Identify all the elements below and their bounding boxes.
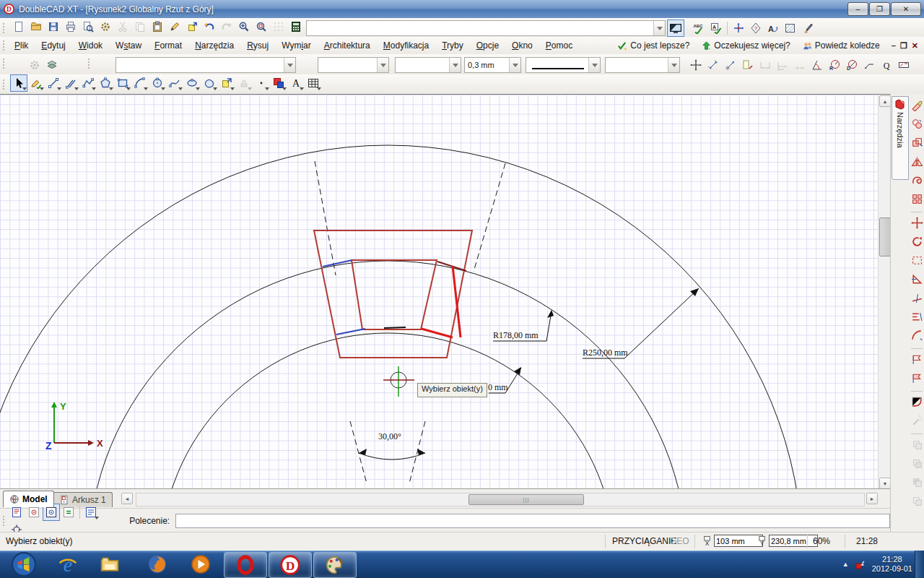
menu-okno[interactable]: Okno <box>505 38 539 53</box>
print-preview-button[interactable] <box>79 18 97 35</box>
list-menu-button[interactable] <box>82 504 100 521</box>
select-arrow-button[interactable] <box>10 74 27 92</box>
markup-1-button[interactable] <box>911 353 923 368</box>
vertical-scroll-thumb[interactable] <box>879 217 891 256</box>
taskbar-doublecad[interactable]: D <box>269 552 312 578</box>
tray-clock[interactable]: 21:28 2012-09-01 <box>872 555 912 574</box>
dim-move-button[interactable] <box>687 56 705 74</box>
toolbar-grip[interactable] <box>2 22 6 34</box>
horizontal-scroll-thumb[interactable]: ||| <box>468 494 584 505</box>
magic-wand-button[interactable] <box>911 415 923 429</box>
x-coordinate-field[interactable] <box>714 535 763 547</box>
menu-widok[interactable]: Widok <box>72 38 109 53</box>
arc-edit-button[interactable] <box>911 329 923 344</box>
fill-color-button[interactable] <box>270 74 287 92</box>
angle-snap-button[interactable]: A <box>764 20 782 37</box>
arc-r575[interactable] <box>0 145 803 489</box>
record-green-button[interactable] <box>60 504 77 521</box>
dim-leader-button[interactable] <box>860 56 878 74</box>
settings-gear-button[interactable] <box>26 56 43 74</box>
snap-grid-button[interactable] <box>270 18 287 35</box>
y-coordinate-field[interactable] <box>769 535 818 547</box>
inner-segment-outline[interactable] <box>352 260 437 329</box>
style-combobox[interactable] <box>605 57 680 73</box>
rotate-button[interactable] <box>911 236 923 250</box>
menu-plik[interactable]: Plik <box>8 38 35 53</box>
menu-link-arrow-up-green[interactable]: Oczekujesz więcej? <box>697 40 794 52</box>
circle-button[interactable] <box>149 74 166 92</box>
dim-baseline-button[interactable] <box>774 56 791 74</box>
line-button[interactable] <box>45 74 62 92</box>
edge-black[interactable] <box>384 327 406 328</box>
doublecad-app-icon[interactable]: D <box>4 4 14 14</box>
print-button[interactable] <box>62 18 79 35</box>
text-button[interactable]: A <box>287 74 305 92</box>
point-button[interactable] <box>253 74 270 92</box>
fillet-button[interactable] <box>911 396 923 410</box>
lineweight-combobox[interactable]: 0,3 mm <box>464 57 521 73</box>
menu-opcje[interactable]: Opcje <box>470 38 505 53</box>
clip-button[interactable] <box>911 273 923 288</box>
taskbar-windows-explorer[interactable] <box>94 552 126 577</box>
arc-r415[interactable] <box>88 261 687 489</box>
paste-button[interactable] <box>149 18 166 35</box>
layers-button[interactable] <box>43 56 61 74</box>
rectangle-button[interactable] <box>114 74 131 92</box>
vertical-scrollbar[interactable]: ▲ ▼ <box>878 95 891 489</box>
menu-wstaw[interactable]: Wstaw <box>109 38 148 53</box>
construction-line[interactable] <box>474 163 505 272</box>
dim-diameter-button[interactable]: D <box>843 56 860 74</box>
dim-label-inner-fragment[interactable]: 0 mm <box>488 382 508 392</box>
menu-tryby[interactable]: Tryby <box>435 38 470 53</box>
hatch-button[interactable] <box>782 20 799 37</box>
render-mode-button[interactable] <box>667 20 684 37</box>
scroll-down-button[interactable]: ▼ <box>879 478 891 489</box>
dim-label-angle[interactable]: 30,00° <box>378 431 401 441</box>
menu-architektura[interactable]: Architektura <box>318 38 377 53</box>
autocorrect-button[interactable]: A <box>707 20 725 37</box>
menu-wymiar[interactable]: Wymiar <box>275 38 318 53</box>
scroll-up-button[interactable]: ▲ <box>879 95 891 107</box>
save-button[interactable] <box>45 18 62 35</box>
child-minimize-button[interactable]: – <box>892 41 896 51</box>
arc-r315[interactable] <box>160 333 615 489</box>
dim-diagonal-button[interactable] <box>705 56 722 74</box>
paste-option-3-button[interactable] <box>911 476 923 491</box>
command-input[interactable] <box>175 514 890 528</box>
contour-button[interactable] <box>911 174 923 189</box>
combo-arrow-icon[interactable] <box>284 58 295 72</box>
menubar-grip[interactable] <box>2 40 6 51</box>
dim-continue-button[interactable] <box>791 56 808 74</box>
copy-button[interactable] <box>131 18 149 35</box>
erase-button[interactable] <box>911 99 923 113</box>
menu-edytuj[interactable]: Edytuj <box>35 38 71 53</box>
toolbar-grip[interactable] <box>87 58 91 69</box>
arc-button[interactable] <box>131 74 149 92</box>
pattern-combobox[interactable] <box>526 57 601 73</box>
dim-label-r250[interactable]: R250,00 mm <box>583 348 628 358</box>
stamp-button[interactable] <box>235 74 253 92</box>
redo-button[interactable] <box>218 18 235 35</box>
move-button[interactable] <box>911 217 923 231</box>
menu-rysuj[interactable]: Rysuj <box>240 38 275 53</box>
dim-linear-button[interactable] <box>757 56 774 74</box>
combo-arrow-icon[interactable] <box>588 58 600 72</box>
move-xyz-button[interactable] <box>730 20 747 37</box>
drawing-canvas[interactable]: R178,00 mmR250,00 mm0 mm30,00°YXZ Wybier… <box>0 95 878 489</box>
select-rect-button[interactable] <box>911 254 923 269</box>
menu-pomoc[interactable]: Pomoc <box>539 38 579 53</box>
dim-angle-button[interactable] <box>808 56 826 74</box>
menu-format[interactable]: Format <box>148 38 188 53</box>
polyline-button[interactable] <box>79 74 97 92</box>
minimize-button[interactable]: – <box>847 2 868 16</box>
paste-option-2-button[interactable] <box>911 457 923 472</box>
restore-button[interactable]: ❐ <box>869 2 890 16</box>
sheet-tab-model[interactable]: Model <box>3 491 54 507</box>
menu-link-people[interactable]: Powiedz koledze <box>798 40 884 52</box>
polygon-button[interactable] <box>97 74 114 92</box>
open-folder-button[interactable] <box>27 18 45 35</box>
markup-2-button[interactable] <box>911 372 923 387</box>
view-style-combobox[interactable] <box>306 20 666 36</box>
dim-label-r178[interactable]: R178,00 mm <box>493 330 539 340</box>
tab-scroll-left-button[interactable]: ◄ <box>121 493 133 504</box>
